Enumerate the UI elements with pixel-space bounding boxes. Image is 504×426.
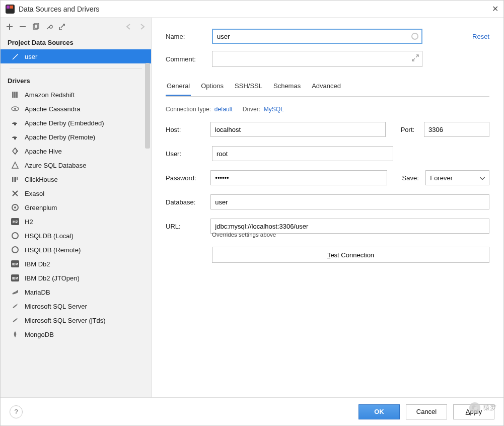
data-source-item-user[interactable]: user bbox=[1, 49, 151, 63]
driver-item[interactable]: ClickHouse bbox=[1, 172, 151, 186]
driver-item-label: Apache Cassandra bbox=[25, 105, 81, 113]
connection-info-line: Connection type: default Driver: MySQL bbox=[166, 106, 489, 113]
progress-spinner-icon bbox=[411, 33, 418, 40]
cancel-button[interactable]: Cancel bbox=[406, 404, 447, 419]
mariadb-icon bbox=[11, 288, 20, 297]
svg-rect-13 bbox=[14, 177, 15, 182]
tab-general[interactable]: General bbox=[166, 79, 191, 96]
azure-icon bbox=[11, 161, 20, 170]
tab-bar: General Options SSH/SSL Schemas Advanced bbox=[166, 79, 489, 97]
scrollbar[interactable] bbox=[145, 63, 151, 295]
port-input[interactable] bbox=[424, 122, 489, 137]
database-input[interactable] bbox=[210, 194, 489, 209]
save-label: Save: bbox=[402, 174, 426, 182]
driver-item-label: Azure SQL Database bbox=[25, 162, 86, 169]
apply-button[interactable]: Apply bbox=[453, 404, 494, 419]
sidebar-separator bbox=[10, 68, 142, 69]
svg-text:IBM: IBM bbox=[12, 262, 18, 266]
driver-item[interactable]: MariaDB bbox=[1, 285, 151, 299]
reset-link[interactable]: Reset bbox=[472, 33, 489, 40]
ok-button[interactable]: OK bbox=[358, 404, 400, 419]
sidebar-list: user Drivers Amazon RedshiftApache Cassa… bbox=[1, 49, 151, 397]
hive-icon bbox=[11, 147, 20, 156]
driver-item[interactable]: Apache Derby (Remote) bbox=[1, 130, 151, 144]
save-select[interactable]: Forever bbox=[425, 170, 489, 185]
back-arrow-icon[interactable] bbox=[125, 23, 133, 31]
derby-icon bbox=[11, 132, 20, 141]
driver-item[interactable]: Apache Derby (Embedded) bbox=[1, 116, 151, 130]
mongo-icon bbox=[11, 330, 20, 339]
driver-item-label: Microsoft SQL Server (jTds) bbox=[25, 317, 106, 324]
remove-icon[interactable] bbox=[19, 23, 27, 31]
url-label: URL: bbox=[166, 223, 210, 230]
driver-item-label: MariaDB bbox=[25, 289, 50, 296]
tab-schemas[interactable]: Schemas bbox=[272, 79, 302, 96]
tab-advanced[interactable]: Advanced bbox=[311, 79, 342, 96]
driver-link[interactable]: MySQL bbox=[264, 106, 284, 113]
driver-item[interactable]: Exasol bbox=[1, 186, 151, 200]
ibm-icon: IBM bbox=[11, 259, 20, 268]
svg-rect-1 bbox=[7, 6, 10, 9]
circle-icon bbox=[11, 231, 20, 240]
tab-options[interactable]: Options bbox=[200, 79, 225, 96]
comment-label: Comment: bbox=[166, 55, 212, 63]
chevron-down-icon bbox=[480, 174, 485, 182]
svg-rect-12 bbox=[12, 177, 13, 182]
driver-item-label: ClickHouse bbox=[25, 176, 58, 183]
copy-icon[interactable] bbox=[32, 23, 40, 31]
name-input[interactable] bbox=[212, 29, 422, 44]
help-icon[interactable]: ? bbox=[10, 405, 23, 418]
svg-rect-15 bbox=[17, 177, 18, 180]
driver-item-label: Microsoft SQL Server bbox=[25, 303, 87, 310]
feather-icon bbox=[11, 52, 20, 61]
add-icon[interactable] bbox=[6, 23, 14, 31]
driver-item[interactable]: Amazon Redshift bbox=[1, 88, 151, 102]
driver-item[interactable]: IBMIBM Db2 (JTOpen) bbox=[1, 271, 151, 285]
wrench-icon[interactable] bbox=[45, 23, 53, 31]
svg-rect-11 bbox=[14, 138, 16, 139]
eye-icon bbox=[11, 104, 20, 113]
driver-item[interactable]: Apache Cassandra bbox=[1, 102, 151, 116]
driver-item[interactable]: Apache Hive bbox=[1, 144, 151, 158]
mssql-icon bbox=[11, 316, 20, 325]
url-hint: Overrides settings above bbox=[212, 232, 489, 238]
window-titlebar: Data Sources and Drivers ✕ bbox=[1, 1, 503, 18]
tab-sshssl[interactable]: SSH/SSL bbox=[234, 79, 263, 96]
driver-item-label: HSQLDB (Remote) bbox=[25, 246, 81, 254]
svg-point-20 bbox=[12, 233, 18, 239]
host-input[interactable] bbox=[210, 122, 386, 137]
driver-item[interactable]: Greenplum bbox=[1, 200, 151, 215]
driver-item[interactable]: Azure SQL Database bbox=[1, 158, 151, 172]
driver-item[interactable]: MongoDB bbox=[1, 327, 151, 341]
project-data-sources-header: Project Data Sources bbox=[1, 36, 151, 49]
test-connection-button[interactable]: Test Connection bbox=[212, 247, 489, 263]
comment-input[interactable] bbox=[212, 51, 422, 67]
driver-item[interactable]: Microsoft SQL Server (jTds) bbox=[1, 313, 151, 327]
close-icon[interactable]: ✕ bbox=[483, 4, 498, 14]
x-icon bbox=[11, 189, 20, 198]
svg-point-17 bbox=[14, 206, 16, 208]
drivers-header: Drivers bbox=[1, 74, 151, 88]
user-input[interactable] bbox=[212, 146, 393, 161]
driver-item[interactable]: H2H2 bbox=[1, 215, 151, 229]
connection-type-label: Connection type: bbox=[166, 106, 211, 113]
svg-rect-14 bbox=[15, 177, 16, 182]
driver-item[interactable]: Microsoft SQL Server bbox=[1, 299, 151, 313]
dialog-footer: ? OK Cancel Apply bbox=[1, 397, 503, 425]
svg-rect-6 bbox=[14, 92, 16, 98]
driver-item-label: HSQLDB (Local) bbox=[25, 232, 74, 240]
driver-item-label: MongoDB bbox=[25, 331, 54, 338]
driver-item[interactable]: IBMIBM Db2 bbox=[1, 257, 151, 271]
svg-rect-10 bbox=[14, 124, 16, 125]
port-label: Port: bbox=[401, 126, 424, 133]
driver-item[interactable]: HSQLDB (Local) bbox=[1, 229, 151, 243]
driver-item[interactable]: HSQLDB (Remote) bbox=[1, 243, 151, 257]
connection-type-link[interactable]: default bbox=[214, 106, 233, 113]
svg-point-9 bbox=[14, 108, 16, 110]
import-icon[interactable] bbox=[58, 23, 66, 31]
password-input[interactable] bbox=[210, 170, 387, 185]
sidebar-toolbar bbox=[1, 18, 151, 36]
expand-icon[interactable] bbox=[412, 54, 419, 61]
driver-item-label: H2 bbox=[25, 218, 33, 226]
forward-arrow-icon[interactable] bbox=[138, 23, 146, 31]
